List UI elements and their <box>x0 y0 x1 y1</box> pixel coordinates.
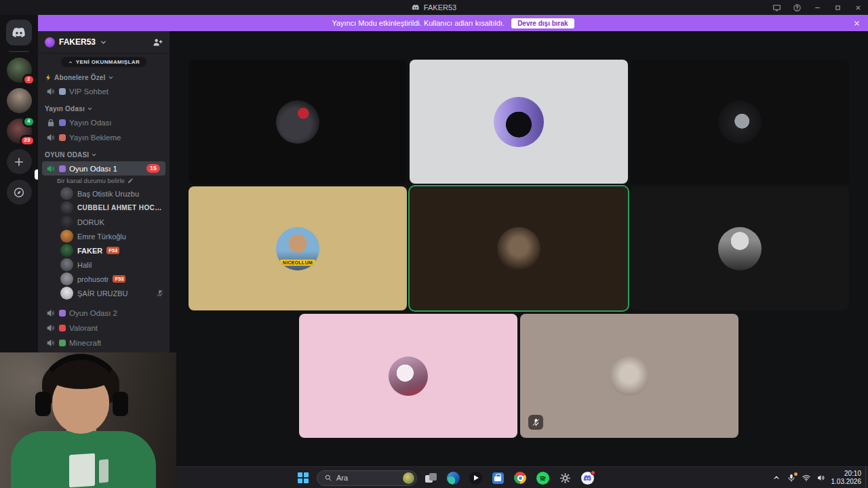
participant-tile-1[interactable] <box>189 60 407 184</box>
edge-button[interactable] <box>444 469 462 487</box>
channel-yayin-odasi[interactable]: Yayın Odası <box>42 115 165 129</box>
voice-member[interactable]: ŞAİR URUZBU <box>38 286 170 300</box>
chrome-button[interactable] <box>511 469 529 487</box>
voice-member[interactable]: prohusotr F53 <box>38 272 170 286</box>
tray-chevron-up-icon[interactable] <box>772 473 781 483</box>
channel-minecraft[interactable]: Minecraft <box>42 336 165 350</box>
window-titlebar: FAKER53 <box>0 0 868 15</box>
participant-tile-2[interactable] <box>410 60 628 184</box>
server-icon-1[interactable]: 2 <box>7 58 32 83</box>
hoodie-print <box>99 459 108 483</box>
participant-tile-6[interactable] <box>631 186 849 310</box>
close-button[interactable] <box>848 0 868 15</box>
avatar <box>60 287 73 300</box>
avatar <box>60 216 73 228</box>
channel-name: Valorant <box>69 324 98 332</box>
category-label: Yayın Odası <box>45 105 85 113</box>
webcam-overlay <box>0 352 176 488</box>
window-title-group: FAKER53 <box>412 3 456 12</box>
mic-in-use-dot <box>794 472 797 476</box>
microsoft-store-button[interactable] <box>489 469 507 487</box>
avatar <box>60 201 73 214</box>
pencil-icon <box>127 178 134 184</box>
channel-name: Oyun Odası 1 <box>69 165 117 173</box>
participant-tile-4[interactable]: NICEOLLUM <box>189 186 407 310</box>
discord-icon <box>581 472 594 485</box>
mention-badge: 23 <box>20 135 35 146</box>
participant-avatar: NICEOLLUM <box>276 227 319 270</box>
avatar-banner-text: NICEOLLUM <box>280 260 315 266</box>
avatar <box>60 230 73 243</box>
help-icon[interactable] <box>787 0 807 15</box>
participant-tile-3[interactable] <box>631 60 849 184</box>
media-player-button[interactable] <box>467 469 484 487</box>
member-name: prohusotr <box>77 275 108 283</box>
participant-tile-5-speaking[interactable] <box>410 186 628 310</box>
member-name: CÜBBELİ AHMET HOCA !!! <box>77 204 164 211</box>
discord-taskbar-button[interactable] <box>578 469 596 487</box>
voice-member[interactable]: Baş Otistik Uruzbu <box>38 186 170 201</box>
network-icon[interactable] <box>802 473 811 483</box>
channel-valorant[interactable]: Valorant <box>42 321 165 335</box>
disable-streamer-mode-button[interactable]: Devre dışı bırak <box>511 18 574 28</box>
voice-channel-icon <box>46 338 56 348</box>
explore-servers-button[interactable] <box>7 180 32 205</box>
channel-emoji <box>59 119 66 126</box>
taskbar-clock[interactable]: 20:10 1.03.2026 <box>831 470 862 487</box>
voice-member[interactable]: Emre Türkoğlu <box>38 229 170 243</box>
participant-tile-7[interactable] <box>299 314 517 438</box>
screen: FAKER53 Yayıncı Modu etkinleştirildi. Ku… <box>0 0 868 488</box>
channel-name: VIP Sohbet <box>69 87 108 96</box>
server-icon-3[interactable]: 4 23 <box>7 119 32 144</box>
member-name: Emre Türkoğlu <box>77 232 126 241</box>
discord-home-button[interactable] <box>6 20 32 45</box>
banner-close-icon[interactable] <box>852 18 861 28</box>
start-button[interactable] <box>294 469 312 487</box>
mention-badge: 2 <box>22 74 35 85</box>
channel-emoji <box>59 310 66 317</box>
channel-emoji <box>59 165 66 172</box>
category-oyun-odasi[interactable]: OYUN ODASI <box>38 148 170 161</box>
clock-date: 1.03.2026 <box>831 478 862 487</box>
channel-vip-sohbet[interactable]: VIP Sohbet <box>42 84 165 98</box>
settings-button[interactable] <box>556 469 574 487</box>
voice-member[interactable]: Halil <box>38 258 170 272</box>
notification-dot <box>591 470 595 475</box>
volume-icon[interactable] <box>816 473 826 483</box>
invite-people-icon[interactable] <box>153 37 163 47</box>
member-name: DORUK <box>77 218 104 226</box>
maximize-button[interactable] <box>827 0 848 15</box>
voice-member[interactable]: CÜBBELİ AHMET HOCA !!! <box>38 201 170 215</box>
voice-badge: 4 <box>22 116 35 127</box>
tile-row-3 <box>170 314 868 438</box>
go-live-icon[interactable] <box>766 0 787 15</box>
category-abonelere-ozel[interactable]: Abonelere Özel <box>38 71 170 83</box>
server-header[interactable]: FAKER53 <box>38 31 170 54</box>
spotify-button[interactable] <box>534 469 551 487</box>
channel-oyun-odasi-1[interactable]: Oyun Odası 1 15 <box>42 161 165 176</box>
channel-oyun-odasi-2[interactable]: Oyun Odası 2 <box>42 306 165 320</box>
banner-text: Yayıncı Modu etkinleştirildi. Kullanıcı … <box>332 19 505 27</box>
task-view-button[interactable] <box>422 469 439 487</box>
show-desktop-button[interactable] <box>865 467 868 488</box>
add-server-button[interactable] <box>7 149 32 174</box>
media-player-icon <box>469 472 482 485</box>
mic-muted-icon <box>156 289 164 298</box>
search-box[interactable]: Ara <box>317 470 417 486</box>
voice-member[interactable]: FAKER F53 <box>38 243 170 258</box>
tray-microphone-icon[interactable] <box>787 473 796 483</box>
tile-row-2: NICEOLLUM <box>170 186 868 310</box>
minimize-button[interactable] <box>807 0 827 15</box>
member-name: ŞAİR URUZBU <box>77 289 128 298</box>
new-unreads-pill[interactable]: YENİ OKUNMAMIŞLAR <box>61 57 146 67</box>
unread-indicator-pill <box>35 169 38 180</box>
server-icon-2[interactable] <box>7 88 32 113</box>
participant-tile-8[interactable] <box>520 314 738 438</box>
voice-member[interactable]: DORUK <box>38 215 170 229</box>
member-name: Halil <box>77 261 92 269</box>
member-tag-badge: F53 <box>113 275 125 283</box>
channel-yayin-bekleme[interactable]: Yayın Bekleme <box>42 130 165 144</box>
channel-status-placeholder[interactable]: Bir kanal durumu belirle <box>38 176 170 185</box>
category-yayin-odasi[interactable]: Yayın Odası <box>38 102 170 115</box>
windows-logo-icon <box>298 472 309 483</box>
